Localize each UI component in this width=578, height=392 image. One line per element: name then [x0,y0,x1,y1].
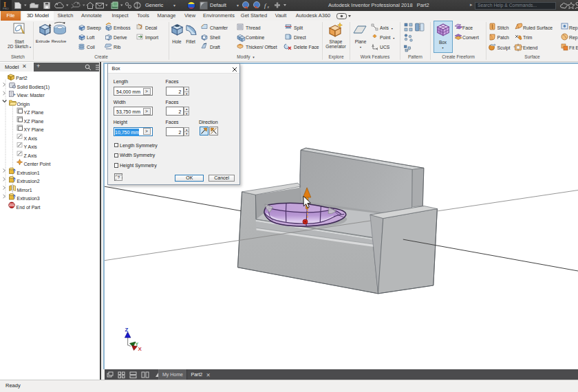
svg-text:X: X [138,346,142,352]
svg-text:x: x [267,5,270,9]
svg-text:f: f [264,2,267,9]
svg-text:Z: Z [125,327,129,333]
